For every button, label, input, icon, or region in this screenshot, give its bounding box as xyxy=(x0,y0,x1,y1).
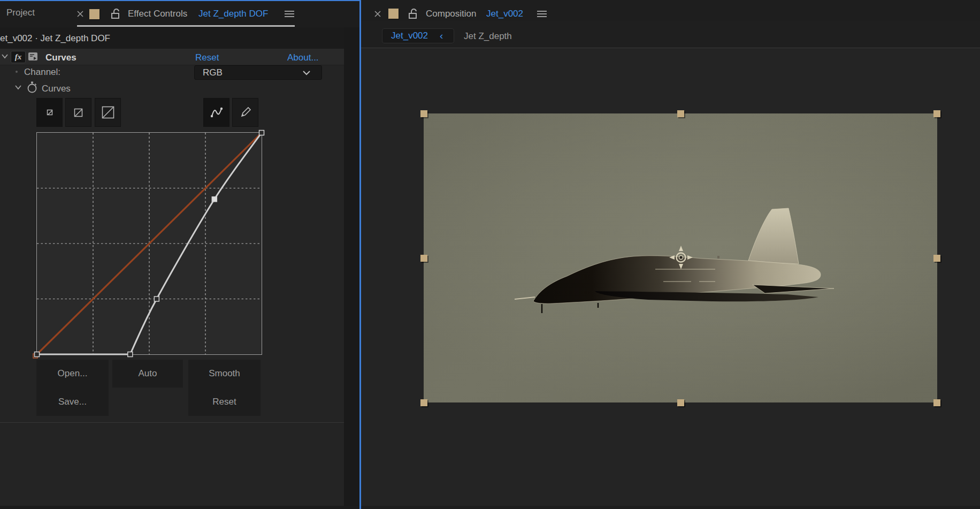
curve-grid-medium-button[interactable] xyxy=(65,98,91,127)
reset-curve-button[interactable]: Reset xyxy=(188,388,261,416)
tab-composition-target[interactable]: Jet_v002 xyxy=(486,9,523,19)
selection-handle-top-center[interactable] xyxy=(677,110,684,117)
effect-icon xyxy=(28,52,39,62)
smooth-button-label: Smooth xyxy=(209,368,240,379)
effect-about-link[interactable]: About... xyxy=(287,52,319,63)
panel-right-gutter xyxy=(344,27,359,509)
curve-pencil-tool-button[interactable] xyxy=(232,98,258,127)
chevron-down-icon[interactable] xyxy=(1,54,9,59)
channel-dropdown-value: RGB xyxy=(203,67,223,78)
auto-button-label: Auto xyxy=(139,368,157,379)
channel-label: Channel: xyxy=(24,67,60,78)
open-button[interactable]: Open... xyxy=(36,360,109,388)
reset-curve-button-label: Reset xyxy=(212,397,236,407)
selection-handle-bottom-center[interactable] xyxy=(677,399,684,406)
panel-menu-icon[interactable] xyxy=(284,10,295,18)
tab-composition-label[interactable]: Composition xyxy=(426,9,477,19)
effect-reset-link[interactable]: Reset xyxy=(195,52,219,63)
comp-breadcrumb-button[interactable]: Jet_v002 ‹ xyxy=(382,28,454,43)
smooth-button[interactable]: Smooth xyxy=(188,360,261,388)
grid-large-icon xyxy=(102,106,114,119)
panel-focus-border-top xyxy=(0,0,361,1)
panel-group-color-chip[interactable] xyxy=(89,9,99,19)
selection-handle-top-left[interactable] xyxy=(420,110,427,117)
curves-property-label: Curves xyxy=(42,83,71,94)
curve-point-tool-button[interactable] xyxy=(203,98,229,127)
close-icon[interactable] xyxy=(76,10,84,18)
curve-tool-icon xyxy=(210,106,224,119)
channel-dropdown[interactable]: RGB xyxy=(194,65,322,80)
save-button-label: Save... xyxy=(58,397,87,407)
after-effects-window: Project Effect Controls Jet Z_depth DOF … xyxy=(0,0,980,509)
curve-grid-small-button[interactable] xyxy=(36,98,63,127)
chevron-left-icon: ‹ xyxy=(440,32,443,40)
panel-focus-border-right xyxy=(359,0,361,509)
comp-breadcrumb-label: Jet_v002 xyxy=(391,31,428,41)
save-button[interactable]: Save... xyxy=(36,388,109,416)
property-dot xyxy=(16,71,18,73)
panel-bottom-edge xyxy=(361,506,980,509)
jet-depth-render xyxy=(424,113,937,402)
pencil-icon xyxy=(239,106,252,119)
effect-name: Curves xyxy=(45,52,76,63)
open-button-label: Open... xyxy=(58,368,88,379)
fx-enable-badge[interactable]: fx xyxy=(11,51,26,63)
selection-handle-bottom-right[interactable] xyxy=(933,399,940,406)
stopwatch-icon[interactable] xyxy=(27,81,37,94)
panel-bottom-edge xyxy=(0,506,359,509)
selection-handle-top-right[interactable] xyxy=(933,110,940,117)
selection-handle-bottom-left[interactable] xyxy=(420,399,427,406)
lock-open-icon[interactable] xyxy=(110,8,121,20)
panel-group-color-chip[interactable] xyxy=(388,9,399,19)
effect-group-divider xyxy=(0,422,344,423)
tab-project[interactable]: Project xyxy=(6,7,35,18)
close-icon[interactable] xyxy=(374,10,381,18)
selection-handle-middle-right[interactable] xyxy=(933,255,940,262)
tab-effect-controls-label[interactable]: Effect Controls xyxy=(128,9,187,19)
active-tab-underline xyxy=(77,25,295,27)
breadcrumb: et_v002 · Jet Z_depth DOF xyxy=(0,33,110,44)
grid-medium-icon xyxy=(74,108,83,117)
panel-menu-icon[interactable] xyxy=(536,10,548,18)
curve-grid-large-button[interactable] xyxy=(95,98,121,127)
dropdown-chevron-icon xyxy=(302,70,311,76)
grid-small-icon xyxy=(47,109,53,116)
selection-handle-middle-left[interactable] xyxy=(420,255,427,262)
active-layer-label: Jet Z_depth xyxy=(464,31,512,42)
composition-viewport[interactable] xyxy=(424,113,937,402)
auto-button[interactable]: Auto xyxy=(112,360,183,388)
tab-effect-controls-target[interactable]: Jet Z_depth DOF xyxy=(198,9,268,19)
curve-editor[interactable] xyxy=(36,132,262,355)
curve-plot[interactable] xyxy=(37,133,262,354)
chevron-down-icon[interactable] xyxy=(14,85,22,90)
lock-open-icon[interactable] xyxy=(408,8,418,20)
